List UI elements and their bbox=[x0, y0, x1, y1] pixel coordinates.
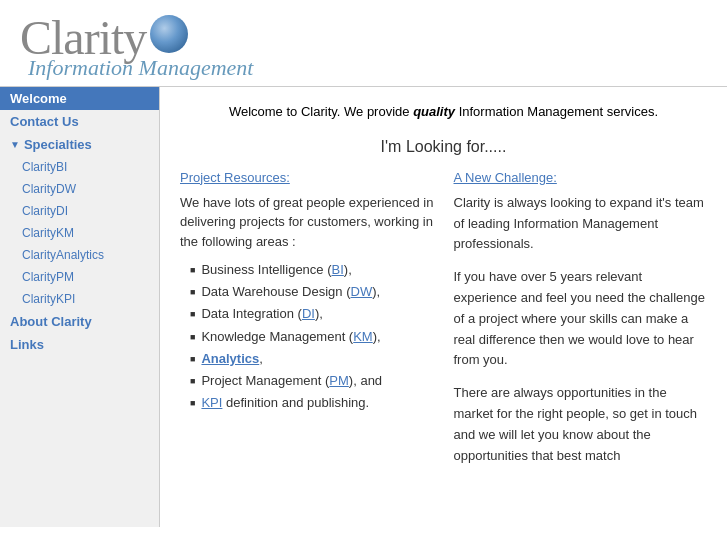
bullet-list: Business Intelligence (BI), Data Warehou… bbox=[190, 259, 434, 414]
logo-ball bbox=[150, 15, 188, 53]
pm-link[interactable]: PM bbox=[329, 373, 349, 388]
list-item: Project Management (PM), and bbox=[190, 370, 434, 392]
two-column-layout: Project Resources: We have lots of great… bbox=[180, 170, 707, 479]
welcome-text-1: Welcome to Clarity. We provide bbox=[229, 104, 413, 119]
bullet-text: Data Integration (DI), bbox=[201, 303, 322, 325]
list-item: Analytics, bbox=[190, 348, 434, 370]
bullet-text: KPI definition and publishing. bbox=[201, 392, 369, 414]
welcome-text-2: Information Management services. bbox=[455, 104, 658, 119]
bullet-text: Analytics, bbox=[201, 348, 262, 370]
logo-tagline: Information Management bbox=[28, 55, 253, 81]
sidebar-item-claritybi[interactable]: ClarityBI bbox=[0, 156, 159, 178]
welcome-intro: Welcome to Clarity. We provide quality I… bbox=[180, 102, 707, 123]
list-item: Business Intelligence (BI), bbox=[190, 259, 434, 281]
list-item: Knowledge Management (KM), bbox=[190, 326, 434, 348]
bi-link[interactable]: BI bbox=[332, 262, 344, 277]
bullet-text: Project Management (PM), and bbox=[201, 370, 382, 392]
sidebar: Welcome Contact Us ▼ Specialties Clarity… bbox=[0, 87, 160, 527]
left-col-heading: Project Resources: bbox=[180, 170, 434, 185]
sidebar-item-claritykpi[interactable]: ClarityKPI bbox=[0, 288, 159, 310]
sidebar-item-specialties[interactable]: ▼ Specialties bbox=[0, 133, 159, 156]
right-para-1: Clarity is always looking to expand it's… bbox=[454, 193, 708, 255]
bullet-text: Knowledge Management (KM), bbox=[201, 326, 380, 348]
sidebar-item-claritydi[interactable]: ClarityDI bbox=[0, 200, 159, 222]
header: Clarity Information Management bbox=[0, 0, 727, 87]
right-para-3: There are always opportunities in the ma… bbox=[454, 383, 708, 466]
sidebar-item-claritydw[interactable]: ClarityDW bbox=[0, 178, 159, 200]
sidebar-item-claritykm[interactable]: ClarityKM bbox=[0, 222, 159, 244]
left-column: Project Resources: We have lots of great… bbox=[180, 170, 434, 414]
left-col-intro: We have lots of great people experienced… bbox=[180, 193, 434, 252]
list-item: KPI definition and publishing. bbox=[190, 392, 434, 414]
bullet-text: Data Warehouse Design (DW), bbox=[201, 281, 380, 303]
looking-heading: I'm Looking for..... bbox=[180, 138, 707, 156]
content-area: Welcome to Clarity. We provide quality I… bbox=[160, 87, 727, 527]
bullet-text: Business Intelligence (BI), bbox=[201, 259, 351, 281]
main-layout: Welcome Contact Us ▼ Specialties Clarity… bbox=[0, 87, 727, 527]
right-para-2: If you have over 5 years relevant experi… bbox=[454, 267, 708, 371]
list-item: Data Integration (DI), bbox=[190, 303, 434, 325]
right-column: A New Challenge: Clarity is always looki… bbox=[454, 170, 708, 479]
sidebar-item-links[interactable]: Links bbox=[0, 333, 159, 356]
sidebar-item-claritypm[interactable]: ClarityPM bbox=[0, 266, 159, 288]
specialties-label: Specialties bbox=[24, 137, 92, 152]
expand-arrow-icon: ▼ bbox=[10, 139, 20, 150]
right-col-heading: A New Challenge: bbox=[454, 170, 708, 185]
dw-link[interactable]: DW bbox=[351, 284, 373, 299]
sidebar-item-welcome[interactable]: Welcome bbox=[0, 87, 159, 110]
km-link[interactable]: KM bbox=[353, 329, 373, 344]
sidebar-item-clarityanalytics[interactable]: ClarityAnalytics bbox=[0, 244, 159, 266]
sidebar-item-contact[interactable]: Contact Us bbox=[0, 110, 159, 133]
analytics-link[interactable]: Analytics bbox=[201, 351, 259, 366]
kpi-link[interactable]: KPI bbox=[201, 395, 222, 410]
list-item: Data Warehouse Design (DW), bbox=[190, 281, 434, 303]
welcome-italic: quality bbox=[413, 104, 455, 119]
sidebar-item-about[interactable]: About Clarity bbox=[0, 310, 159, 333]
di-link[interactable]: DI bbox=[302, 306, 315, 321]
